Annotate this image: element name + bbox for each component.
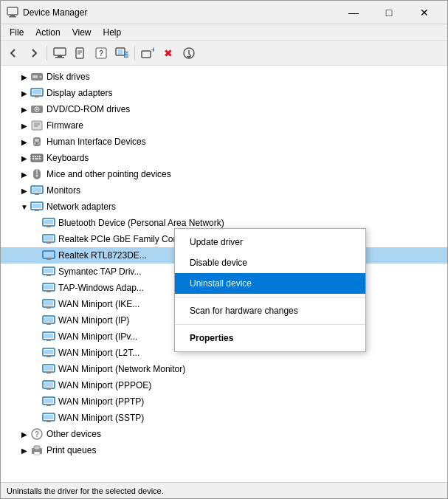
uninstall-button[interactable]: ✖ bbox=[159, 44, 178, 63]
toolbar: ? 🖥 + ✖ bbox=[1, 41, 447, 66]
expand-keyboards[interactable]: ▶ bbox=[18, 152, 30, 164]
tree-item-wan-pptp[interactable]: WAN Miniport (PPTP) bbox=[1, 393, 447, 410]
expand-hid[interactable]: ▶ bbox=[18, 136, 30, 148]
tree-item-firmware[interactable]: ▶ Firmware bbox=[1, 117, 447, 134]
menu-file[interactable]: File bbox=[4, 26, 30, 39]
svg-rect-65 bbox=[44, 285, 53, 289]
svg-text:🖥: 🖥 bbox=[122, 49, 128, 59]
svg-rect-41 bbox=[35, 158, 38, 159]
minimize-button[interactable]: — bbox=[337, 1, 371, 24]
bluetooth-icon bbox=[42, 216, 55, 230]
tree-item-dvd-rom[interactable]: ▶ DVD/CD-ROM drives bbox=[1, 101, 447, 117]
wan-ipv6-icon bbox=[42, 330, 55, 343]
status-bar: Uninstalls the driver for the selected d… bbox=[1, 482, 447, 498]
svg-rect-87 bbox=[46, 405, 51, 406]
ctx-uninstall-device[interactable]: Uninstall device bbox=[175, 273, 365, 294]
svg-rect-40 bbox=[32, 158, 34, 159]
svg-rect-4 bbox=[58, 55, 62, 57]
svg-rect-90 bbox=[46, 421, 51, 422]
svg-rect-84 bbox=[46, 388, 51, 390]
svg-rect-95 bbox=[34, 452, 40, 455]
wan-ip-label: WAN Miniport (IP) bbox=[58, 315, 129, 326]
symantec-label: Symantec TAP Driv... bbox=[58, 266, 141, 277]
monitor-icon bbox=[30, 184, 44, 197]
menu-help[interactable]: Help bbox=[97, 26, 128, 39]
network-adapters-label: Network adapters bbox=[46, 202, 116, 212]
tree-item-display-adapters[interactable]: ▶ Display adapters bbox=[1, 85, 447, 101]
expand-disk-drives[interactable]: ▶ bbox=[18, 71, 30, 83]
firmware-label: Firmware bbox=[46, 120, 83, 131]
svg-rect-33 bbox=[33, 142, 36, 145]
tree-item-mice[interactable]: ▶ Mice and other pointing devices bbox=[1, 166, 447, 182]
print-queues-label: Print queues bbox=[46, 445, 96, 455]
menu-action[interactable]: Action bbox=[30, 26, 66, 39]
close-button[interactable]: ✕ bbox=[407, 1, 441, 24]
tree-item-other-devices[interactable]: ▶ ? Other devices bbox=[1, 426, 447, 442]
title-bar: Device Manager — □ ✕ bbox=[1, 1, 447, 24]
svg-point-26 bbox=[36, 109, 38, 110]
expand-mice[interactable]: ▶ bbox=[18, 168, 30, 180]
expand-other-devices[interactable]: ▶ bbox=[18, 428, 30, 440]
wan-l2t-label: WAN Miniport (L2T... bbox=[58, 348, 139, 358]
ctx-separator-1 bbox=[175, 297, 365, 297]
display-adapters-label: Display adapters bbox=[46, 88, 112, 98]
wan-ike-icon bbox=[42, 297, 55, 311]
update-button[interactable] bbox=[179, 44, 199, 63]
svg-rect-54 bbox=[46, 226, 51, 227]
expand-monitors[interactable]: ▶ bbox=[18, 185, 30, 196]
computer-button[interactable] bbox=[50, 44, 69, 63]
back-button[interactable] bbox=[4, 44, 23, 63]
app-icon bbox=[7, 7, 18, 18]
ctx-disable-device[interactable]: Disable device bbox=[175, 252, 365, 273]
realtek-rtl-label: Realtek RTL8723DE... bbox=[58, 250, 147, 261]
svg-rect-34 bbox=[38, 142, 41, 145]
svg-rect-48 bbox=[35, 193, 39, 195]
maximize-button[interactable]: □ bbox=[372, 1, 406, 24]
expand-firmware[interactable]: ▶ bbox=[18, 120, 30, 131]
scan-button[interactable]: 🖥 bbox=[112, 44, 131, 63]
svg-rect-86 bbox=[44, 399, 53, 403]
svg-rect-47 bbox=[32, 187, 41, 192]
tree-item-network-adapters[interactable]: ▼ Network adapters bbox=[1, 199, 447, 215]
tree-item-monitors[interactable]: ▶ Monitors bbox=[1, 182, 447, 199]
svg-rect-56 bbox=[44, 236, 53, 241]
svg-point-45 bbox=[36, 175, 38, 177]
network-adapters-icon bbox=[30, 200, 44, 213]
display-adapters-icon bbox=[30, 86, 44, 100]
wan-sstp-icon bbox=[42, 411, 55, 424]
properties-button[interactable] bbox=[71, 44, 90, 63]
ctx-properties[interactable]: Properties bbox=[175, 328, 365, 348]
tree-item-wan-pppoe[interactable]: WAN Miniport (PPPOE) bbox=[1, 377, 447, 393]
help-button[interactable]: ? bbox=[92, 44, 111, 63]
tree-item-disk-drives[interactable]: ▶ Disk drives bbox=[1, 69, 447, 85]
menu-bar: File Action View Help bbox=[1, 24, 447, 41]
menu-view[interactable]: View bbox=[66, 26, 97, 39]
tree-item-wan-sstp[interactable]: WAN Miniport (SSTP) bbox=[1, 410, 447, 426]
expand-display-adapters[interactable]: ▶ bbox=[18, 87, 30, 99]
expand-dvd-rom[interactable]: ▶ bbox=[18, 103, 30, 115]
add-button[interactable]: + bbox=[138, 44, 157, 63]
wan-pppoe-icon bbox=[42, 379, 55, 392]
tree-item-keyboards[interactable]: ▶ Keyboards bbox=[1, 150, 447, 166]
expand-print-queues[interactable]: ▶ bbox=[18, 444, 30, 456]
svg-rect-53 bbox=[44, 220, 53, 224]
tree-item-hid[interactable]: ▶ Human Interface Devices bbox=[1, 134, 447, 150]
svg-rect-5 bbox=[55, 57, 64, 58]
svg-point-20 bbox=[40, 76, 42, 78]
disk-drives-label: Disk drives bbox=[46, 72, 90, 82]
svg-rect-23 bbox=[35, 96, 39, 97]
svg-rect-69 bbox=[46, 307, 51, 309]
svg-rect-19 bbox=[32, 75, 38, 78]
tree-item-wan-network-monitor[interactable]: WAN Miniport (Network Monitor) bbox=[1, 361, 447, 377]
ctx-scan-hardware[interactable]: Scan for hardware changes bbox=[175, 300, 365, 321]
expand-network-adapters[interactable]: ▼ bbox=[18, 201, 30, 213]
svg-rect-60 bbox=[46, 258, 51, 260]
wan-sstp-label: WAN Miniport (SSTP) bbox=[58, 413, 144, 423]
svg-rect-89 bbox=[44, 415, 53, 419]
forward-button[interactable] bbox=[24, 44, 44, 63]
ctx-update-driver[interactable]: Update driver bbox=[175, 232, 365, 252]
hid-label: Human Interface Devices bbox=[46, 137, 146, 147]
expand-bluetooth bbox=[30, 217, 42, 229]
tree-item-print-queues[interactable]: ▶ Print queues bbox=[1, 442, 447, 458]
tap-windows-icon bbox=[42, 281, 55, 295]
